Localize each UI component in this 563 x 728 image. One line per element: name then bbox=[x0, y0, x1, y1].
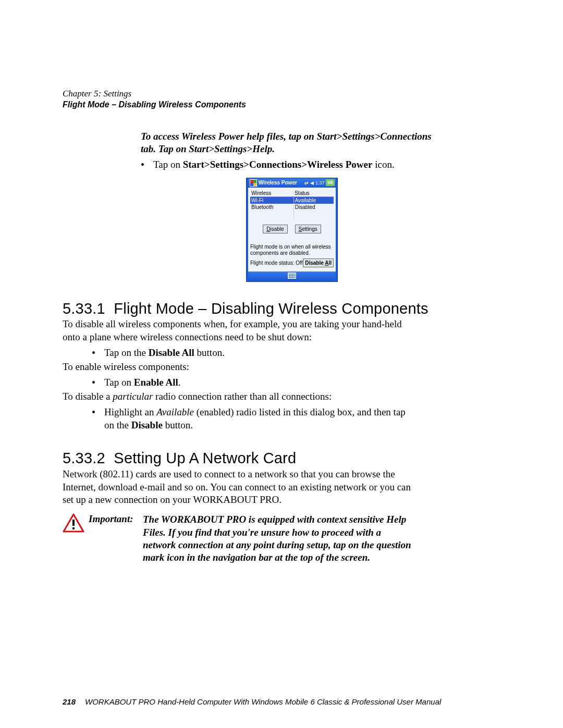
radio-status: Disabled bbox=[293, 204, 334, 211]
page-footer: 218 WORKABOUT PRO Hand-Held Computer Wit… bbox=[63, 697, 500, 706]
flight-mode-note: Flight mode is on when all wireless comp… bbox=[250, 244, 334, 256]
heading-text: Setting Up A Network Card bbox=[114, 450, 296, 466]
bullet-enable-all: Tap on Enable All. bbox=[104, 376, 180, 389]
help-access-note: To access Wireless Power help files, tap… bbox=[141, 130, 443, 155]
heading-5-33-2: 5.33.2 Setting Up A Network Card bbox=[63, 450, 500, 467]
bullet-icon: • bbox=[92, 406, 104, 431]
text: radio connection rather than all connect… bbox=[153, 391, 332, 402]
table-header-status: Status bbox=[293, 190, 334, 197]
heading-5-33-1: 5.33.1 Flight Mode – Disabling Wireless … bbox=[63, 301, 500, 317]
settings-button[interactable]: Settings bbox=[295, 225, 321, 233]
emphasis: particular bbox=[113, 391, 153, 402]
bullet-highlight-disable: Highlight an Available (enabled) radio l… bbox=[104, 406, 407, 431]
text: Tap on bbox=[153, 159, 183, 170]
text: icon. bbox=[372, 159, 394, 170]
radio-name: Bluetooth bbox=[250, 204, 293, 211]
wm-status-icons: ⇄ ◀ 1:37 ok bbox=[304, 179, 335, 186]
radio-name: Wi-Fi bbox=[250, 196, 293, 204]
manual-page: Chapter 5: Settings Flight Mode – Disabl… bbox=[0, 0, 563, 728]
clock: 1:37 bbox=[315, 180, 325, 186]
wireless-power-screenshot: Wireless Power ⇄ ◀ 1:37 ok Wireless Stat… bbox=[246, 178, 338, 282]
text: button. bbox=[194, 347, 225, 358]
ui-label: Disable All bbox=[149, 347, 194, 358]
paragraph: To enable wireless components: bbox=[63, 361, 412, 373]
bullet-icon: • bbox=[141, 158, 153, 171]
heading-text: Flight Mode – Disabling Wireless Compone… bbox=[114, 300, 428, 317]
disable-button[interactable]: Disable bbox=[263, 225, 287, 233]
volume-icon: ◀ bbox=[310, 180, 314, 186]
heading-number: 5.33.2 bbox=[63, 450, 105, 466]
lbl: isable bbox=[270, 226, 284, 232]
intro-block: To access Wireless Power help files, tap… bbox=[141, 130, 443, 281]
wm-titlebar: Wireless Power ⇄ ◀ 1:37 ok bbox=[248, 178, 336, 188]
text: Highlight an bbox=[104, 406, 156, 417]
svg-rect-2 bbox=[72, 527, 75, 529]
nav-path: Start>Settings>Connections>Wireless Powe… bbox=[183, 159, 373, 170]
text: To disable a bbox=[63, 391, 113, 402]
svg-rect-1 bbox=[72, 520, 75, 526]
text: Tap on the bbox=[104, 347, 149, 358]
flight-mode-status: Flight mode status: Off bbox=[250, 260, 302, 266]
bullet-icon: • bbox=[92, 376, 104, 389]
wm-softkey-bar bbox=[248, 272, 336, 280]
keyboard-icon[interactable] bbox=[288, 273, 296, 279]
page-number: 218 bbox=[63, 697, 76, 706]
start-flag-icon bbox=[250, 179, 257, 187]
ui-label: Disable bbox=[131, 419, 163, 430]
ui-label: Enable All bbox=[134, 377, 178, 388]
emphasis: Available bbox=[156, 406, 194, 417]
text: . bbox=[178, 377, 181, 388]
paragraph: To disable a particular radio connection… bbox=[63, 390, 412, 403]
footer-title: WORKABOUT PRO Hand-Held Computer With Wi… bbox=[85, 697, 441, 706]
bullet-disable-all: Tap on the Disable All button. bbox=[104, 347, 225, 360]
wireless-table: Wireless Status Wi-Fi Available Bluetoot… bbox=[250, 190, 334, 217]
ok-button[interactable]: ok bbox=[326, 179, 335, 186]
access-path-instruction: Tap on Start>Settings>Connections>Wirele… bbox=[153, 158, 395, 171]
paragraph: To disable all wireless components when,… bbox=[63, 318, 412, 343]
important-label: Important: bbox=[89, 513, 143, 564]
wm-body: Wireless Status Wi-Fi Available Bluetoot… bbox=[248, 188, 336, 272]
wm-title: Wireless Power bbox=[259, 180, 304, 186]
chapter-line: Chapter 5: Settings bbox=[63, 89, 500, 99]
connectivity-icon: ⇄ bbox=[304, 180, 309, 186]
section-breadcrumb: Flight Mode – Disabling Wireless Compone… bbox=[63, 100, 500, 109]
important-callout: Important: The WORKABOUT PRO is equipped… bbox=[63, 513, 500, 564]
warning-icon bbox=[63, 513, 89, 564]
table-header-wireless: Wireless bbox=[250, 190, 293, 197]
table-row[interactable]: Bluetooth Disabled bbox=[250, 204, 334, 211]
disable-all-button[interactable]: Disable All bbox=[303, 258, 334, 267]
text: button. bbox=[163, 419, 193, 430]
bullet-icon: • bbox=[92, 347, 104, 360]
lbl: ettings bbox=[302, 226, 317, 232]
heading-number: 5.33.1 bbox=[63, 300, 105, 317]
paragraph: Network (802.11) cards are used to conne… bbox=[63, 468, 412, 506]
radio-status: Available bbox=[293, 196, 334, 204]
text: Tap on bbox=[104, 377, 134, 388]
table-row[interactable]: Wi-Fi Available bbox=[250, 196, 334, 204]
important-text: The WORKABOUT PRO is equipped with conte… bbox=[143, 513, 414, 564]
